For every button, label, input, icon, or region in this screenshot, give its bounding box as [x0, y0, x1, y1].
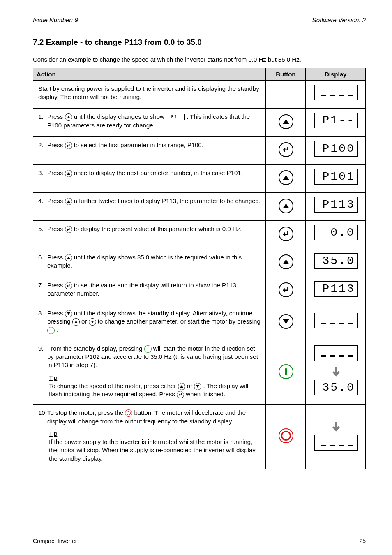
- power-icon[interactable]: [279, 364, 293, 379]
- col-action: Action: [33, 68, 266, 81]
- table-row: 10. To stop the motor, press the button.…: [33, 405, 366, 469]
- lcd-readout: 35.0: [314, 253, 358, 269]
- down-icon: [65, 310, 72, 317]
- power-icon: [144, 345, 152, 353]
- up-icon[interactable]: [279, 114, 293, 129]
- page-header: Issue Number: 9 Software Version: 2: [33, 16, 366, 23]
- display-cell: P1--: [306, 109, 366, 136]
- action-cell: 1. Press until the display changes to sh…: [33, 109, 266, 136]
- col-button: Button: [266, 68, 306, 81]
- enter-icon: ↵: [65, 226, 72, 233]
- up-icon: [65, 170, 72, 177]
- stop-icon: [125, 409, 132, 417]
- enter-icon: ↵: [65, 282, 72, 289]
- button-cell: [266, 109, 306, 136]
- up-icon: [65, 254, 72, 261]
- up-icon[interactable]: [279, 170, 293, 185]
- table-row: 1. Press until the display changes to sh…: [33, 109, 366, 136]
- enter-icon: ↵: [177, 391, 184, 398]
- procedure-table: Action Button Display Start by ensuring …: [33, 68, 366, 469]
- footer-left: Compact Inverter: [33, 538, 77, 544]
- display-cell: [306, 81, 366, 109]
- up-icon: [72, 318, 80, 326]
- table-row: 9. From the standby display, pressing wi…: [33, 340, 366, 405]
- up-icon: [65, 198, 72, 205]
- button-cell: [266, 81, 306, 109]
- arrow-down-icon: [311, 421, 361, 432]
- lcd-readout: [314, 313, 358, 328]
- lcd-mini: P1--: [166, 114, 185, 120]
- lcd-readout: P1--: [314, 113, 358, 128]
- up-icon[interactable]: [279, 254, 293, 269]
- lcd-readout: P113: [314, 281, 358, 297]
- table-row: 8. Press until the display shows the sta…: [33, 305, 366, 340]
- lcd-readout: [314, 345, 358, 361]
- page-footer: Compact Inverter 25: [33, 538, 366, 544]
- lcd-readout: 35.0: [314, 380, 358, 395]
- lcd-readout: [314, 435, 358, 451]
- lcd-readout: P101: [314, 169, 358, 185]
- table-row: 7. Press ↵ to set the value and the disp…: [33, 277, 366, 305]
- col-display: Display: [306, 68, 366, 81]
- up-icon: [178, 383, 185, 390]
- table-row: 6. Press until the display shows 35.0 wh…: [33, 249, 366, 277]
- enter-icon[interactable]: ↵: [279, 282, 293, 297]
- table-row: Start by ensuring power is supplied to t…: [33, 81, 366, 109]
- footer-right: 25: [359, 538, 366, 544]
- lcd-readout: [314, 85, 358, 100]
- section-title: 7.2 Example - to change P113 from 0.0 to…: [33, 38, 366, 47]
- footer-rule: [33, 535, 366, 535]
- table-header-row: Action Button Display: [33, 68, 366, 81]
- lcd-readout: P100: [314, 141, 358, 157]
- enter-icon[interactable]: ↵: [279, 142, 293, 157]
- header-right: Software Version: 2: [312, 16, 366, 23]
- header-rule: [33, 26, 366, 26]
- power-icon: [47, 327, 55, 334]
- table-row: 2. Press ↵ to select the first parameter…: [33, 136, 366, 164]
- intro-text: Consider an example to change the speed …: [33, 56, 366, 63]
- table-row: 5. Press ↵ to display the present value …: [33, 221, 366, 249]
- up-icon[interactable]: [279, 199, 293, 213]
- action-cell: 2. Press ↵ to select the first parameter…: [33, 136, 266, 164]
- stop-icon[interactable]: [279, 428, 293, 443]
- enter-icon: ↵: [65, 142, 72, 149]
- table-row: 3. Press once to display the next parame…: [33, 164, 366, 192]
- header-left: Issue Number: 9: [33, 16, 78, 23]
- lcd-readout: 0.0: [314, 225, 358, 240]
- table-row: 4. Press a further twelve times to displ…: [33, 193, 366, 221]
- down-icon[interactable]: [279, 314, 293, 329]
- lcd-readout: P113: [314, 197, 358, 213]
- action-cell: Start by ensuring power is supplied to t…: [33, 81, 266, 109]
- down-icon: [194, 383, 201, 390]
- arrow-down-icon: [311, 366, 361, 377]
- down-icon: [89, 318, 96, 326]
- enter-icon[interactable]: ↵: [279, 227, 293, 241]
- up-icon: [65, 113, 72, 121]
